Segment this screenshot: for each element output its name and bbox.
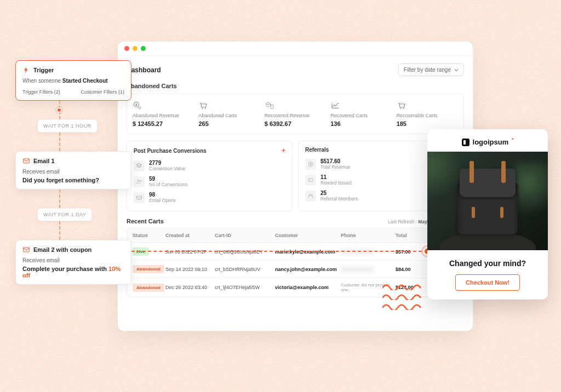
svg-rect-11 — [137, 196, 142, 199]
email2-card[interactable]: Email 2 with coupon Receives email Compl… — [15, 240, 131, 285]
mail-icon — [134, 192, 145, 203]
stat-value: 136 — [330, 120, 340, 127]
recent-carts-heading: Recent Carts — [127, 218, 164, 224]
col-customer: Customer — [275, 233, 341, 238]
bolt-icon — [22, 66, 30, 74]
col-phone: Phone — [341, 233, 396, 238]
stat-value: $ 6392.67 — [265, 120, 291, 127]
chart-icon — [330, 101, 340, 111]
dollar-icon — [133, 101, 142, 111]
svg-point-4 — [205, 108, 206, 109]
stat-abandoned-revenue: Abandoned Revenue $ 12455.27 — [133, 101, 194, 127]
metric-label: Conversion Value — [149, 166, 185, 171]
col-created: Created at — [165, 233, 215, 238]
svg-point-15 — [311, 194, 313, 196]
stat-value: 185 — [397, 120, 407, 127]
stat-label: Recovered Carts — [330, 113, 368, 118]
ticket-icon — [305, 175, 316, 186]
connector-node — [56, 107, 62, 113]
table-header: Status Created at Cart-ID Customer Phone… — [127, 228, 463, 243]
metric-value: 2779 — [149, 160, 185, 166]
abandoned-carts-heading: Abandoned Carts — [127, 83, 464, 89]
svg-rect-13 — [308, 178, 313, 181]
filter-label: Filter by date range — [404, 67, 451, 73]
status-badge: Abandoned — [133, 265, 164, 273]
email1-subject: Did you forget something? — [22, 177, 124, 183]
trigger-filters-a[interactable]: Trigger Filters (2) — [22, 89, 60, 95]
svg-point-10 — [140, 180, 141, 182]
cell-total: $84.00 — [396, 267, 423, 272]
email-preview-card: logoipsum• Changed your mind? Checkout N… — [427, 129, 548, 299]
email1-title: Email 1 — [33, 158, 55, 164]
email2-subject: Complete your purchase with 10% off — [22, 266, 124, 279]
svg-point-5 — [266, 102, 271, 105]
svg-point-8 — [403, 108, 404, 109]
maximize-dot[interactable] — [141, 46, 146, 51]
trigger-body: When someone Started Checkout — [22, 77, 124, 85]
cell-cartid: crt_bSDHRRNja8UV — [215, 267, 275, 272]
stat-recovered-revenue: Recovered Revenue $ 6392.67 — [265, 101, 326, 127]
flow-connector — [59, 221, 131, 240]
connection-line — [131, 251, 427, 252]
brand-mark-icon — [462, 139, 470, 146]
trigger-card[interactable]: Trigger When someone Started Checkout Tr… — [15, 60, 131, 101]
cell-customer: nancy.john@example.com — [275, 267, 341, 272]
backpack-illustration — [457, 163, 518, 234]
svg-point-3 — [202, 108, 203, 109]
col-total: Total — [396, 233, 423, 238]
metric-value: 11 — [320, 174, 352, 180]
metric-value: $517.60 — [320, 158, 350, 164]
stat-value: 265 — [198, 120, 208, 127]
foliage-decor — [515, 163, 548, 228]
trigger-body-bold: Started Checkout — [62, 78, 108, 84]
metric-value: 25 — [320, 190, 358, 196]
minimize-dot[interactable] — [133, 46, 138, 51]
email1-card[interactable]: Email 1 Receives email Did you forget so… — [15, 151, 131, 189]
stat-label: Abandoned Carts — [198, 113, 237, 118]
email1-body: Receives email — [22, 168, 124, 176]
squiggle-icon — [382, 302, 424, 310]
stat-abandoned-carts: Abandoned Carts 265 — [198, 101, 260, 127]
close-dot[interactable] — [124, 46, 129, 51]
trigger-body-prefix: When someone — [22, 78, 62, 84]
svg-point-2 — [139, 107, 141, 109]
cell-customer: victoria@example.com — [275, 285, 341, 290]
page-title: Dashboard — [127, 66, 161, 74]
metric-row: 98Email Opens — [134, 189, 285, 205]
col-cartid: Cart-ID — [215, 233, 275, 238]
stat-value: $ 12455.27 — [133, 120, 163, 127]
mail-icon — [22, 246, 30, 253]
filter-date-range-button[interactable]: Filter by date range — [398, 64, 464, 76]
checkout-now-button[interactable]: Checkout Now! — [455, 274, 520, 291]
col-status: Status — [133, 233, 165, 238]
cart-icon — [397, 101, 407, 111]
stat-label: Recovered Revenue — [265, 113, 310, 118]
svg-point-14 — [309, 194, 311, 196]
cell-cartid: crt_ljl4O7EHeja5SW — [215, 285, 275, 290]
brand-text: logoipsum — [473, 138, 509, 146]
squiggle-icon — [382, 292, 424, 300]
people-icon — [305, 191, 316, 201]
preview-heading: Changed your mind? — [427, 259, 548, 268]
plus-icon[interactable]: + — [282, 147, 285, 154]
trigger-filters-b[interactable]: Customer Filters (1) — [81, 89, 124, 95]
dollar-icon — [305, 159, 316, 170]
foliage-decor — [427, 152, 460, 212]
stat-label: Abandoned Revenue — [133, 113, 179, 118]
email2-title: Email 2 with coupon — [33, 246, 91, 253]
cell-created: Dec 26 2022 03:40 — [165, 285, 215, 290]
squiggle-icon — [382, 283, 424, 290]
people-icon — [134, 176, 145, 187]
metric-value: 98 — [149, 192, 176, 198]
metric-label: Total Revenue — [320, 164, 350, 170]
metric-value: 59 — [149, 176, 187, 182]
window-titlebar — [118, 42, 473, 56]
table-row[interactable]: Abandoned Sep 14 2022 09:10 crt_bSDHRRNj… — [127, 260, 463, 278]
svg-rect-6 — [271, 105, 273, 109]
wait-1-hour: WAIT FOR 1 HOUR — [37, 119, 98, 132]
preview-product-image — [427, 152, 548, 250]
refresh-prefix: Last Refresh : — [388, 219, 418, 224]
cell-created: Sep 14 2022 09:10 — [165, 267, 215, 272]
trigger-title: Trigger — [33, 67, 54, 73]
flow-connector — [59, 101, 131, 119]
